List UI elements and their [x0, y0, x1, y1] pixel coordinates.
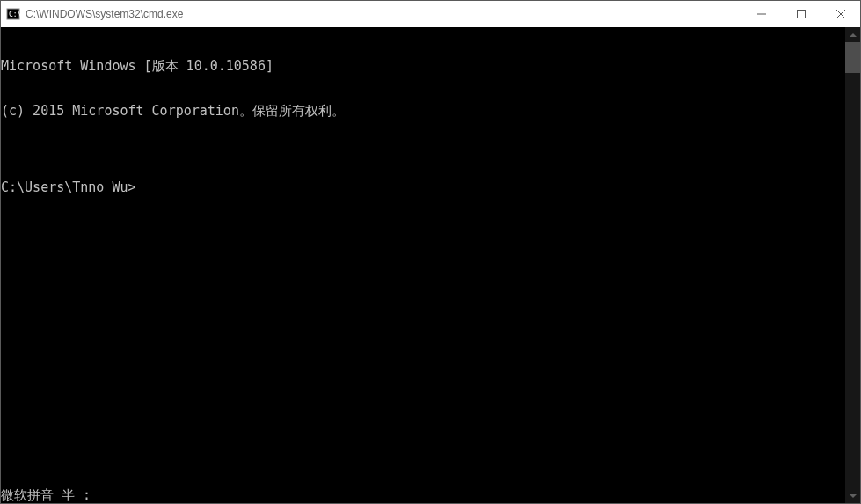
- ime-status: 微软拼音 半 :: [1, 488, 91, 503]
- minimize-button[interactable]: [741, 1, 781, 27]
- scroll-thumb[interactable]: [845, 42, 860, 73]
- svg-text:C:\: C:\: [9, 11, 20, 18]
- cursor: [136, 179, 143, 192]
- prompt-line: C:\Users\Tnno Wu>: [1, 179, 845, 195]
- window-controls: [741, 1, 860, 27]
- maximize-button[interactable]: [781, 1, 821, 27]
- scroll-up-button[interactable]: [845, 27, 860, 42]
- close-button[interactable]: [821, 1, 860, 27]
- prompt-text: C:\Users\Tnno Wu>: [1, 179, 136, 195]
- vertical-scrollbar[interactable]: [845, 27, 860, 503]
- terminal-area: Microsoft Windows [版本 10.0.10586] (c) 20…: [1, 27, 860, 503]
- svg-marker-7: [850, 494, 857, 498]
- cmd-window: C:\ C:\WINDOWS\system32\cmd.exe Microsof…: [0, 0, 861, 504]
- output-line: Microsoft Windows [版本 10.0.10586]: [1, 59, 845, 74]
- scroll-down-button[interactable]: [845, 488, 860, 503]
- terminal-output[interactable]: Microsoft Windows [版本 10.0.10586] (c) 20…: [1, 27, 845, 503]
- cmd-icon: C:\: [6, 7, 20, 21]
- svg-marker-6: [850, 33, 857, 37]
- svg-rect-3: [797, 11, 805, 18]
- output-line: (c) 2015 Microsoft Corporation。保留所有权利。: [1, 104, 845, 119]
- window-title: C:\WINDOWS\system32\cmd.exe: [26, 8, 741, 20]
- titlebar[interactable]: C:\ C:\WINDOWS\system32\cmd.exe: [1, 1, 860, 27]
